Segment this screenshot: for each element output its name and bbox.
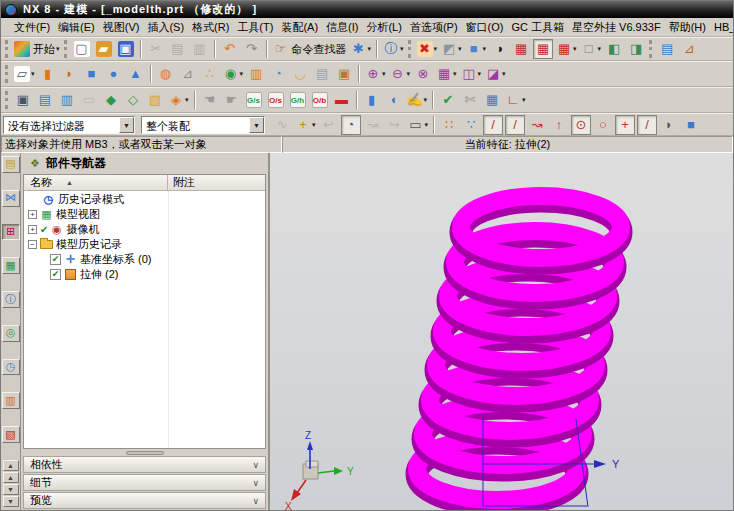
solid-face-icon[interactable]: ■ (681, 115, 701, 135)
shaded-view-icon[interactable]: ■▾ (465, 39, 488, 59)
point-set-icon[interactable]: ∴ (200, 64, 220, 84)
subtract-icon[interactable]: ⊖▾ (389, 64, 412, 84)
menu-insert[interactable]: 插入(S) (143, 19, 188, 36)
quadrant-point-icon[interactable]: ○ (593, 115, 613, 135)
point-on-line-icon[interactable]: / (637, 115, 657, 135)
menu-view[interactable]: 视图(V) (99, 19, 144, 36)
roles-icon[interactable]: ▧ (2, 426, 20, 443)
resource-scroll-down2-icon[interactable]: ▼ (3, 496, 19, 507)
resource-scroll-up2-icon[interactable]: ▲ (3, 472, 19, 483)
title-bar[interactable]: NX 8 - 建模 - [_modelth.prt （修改的） ] (1, 1, 733, 18)
selection-scope-dropdown[interactable]: 整个装配 ▼ (141, 116, 265, 134)
viewport-canvas[interactable]: Y Z Y X (270, 153, 733, 510)
cone-icon[interactable]: ▲ (126, 64, 146, 84)
dome-icon[interactable]: ◔ (268, 64, 288, 84)
part-cleanup-icon[interactable]: ✄ (460, 90, 480, 110)
help-info-icon[interactable]: ⓘ▾ (382, 39, 405, 59)
datum-plane-icon[interactable]: ⊿ (178, 64, 198, 84)
tag-icon[interactable]: ▭ (79, 90, 99, 110)
panel-splitter[interactable] (21, 449, 268, 456)
intersect-icon[interactable]: ⊗ (413, 64, 433, 84)
menu-gc-toolbox[interactable]: GC 工具箱 (507, 19, 568, 36)
tree-row-model-views[interactable]: + ▦ 模型视图 (24, 207, 265, 222)
cut-icon[interactable]: ✂ (146, 39, 166, 59)
curve-rule-icon[interactable]: ↝ (363, 115, 383, 135)
menu-tools[interactable]: 工具(T) (233, 19, 277, 36)
chevron-down-icon[interactable]: ▼ (119, 117, 134, 133)
move-face-icon[interactable]: ◆ (101, 90, 121, 110)
examine-geometry-icon[interactable]: ✔ (438, 90, 458, 110)
unite-icon[interactable]: ⊕▾ (364, 64, 387, 84)
pan-view-icon[interactable]: ◧ (604, 39, 624, 59)
chevron-down-icon[interactable]: ▼ (249, 117, 264, 133)
point-on-curve-icon[interactable]: ↝ (527, 115, 547, 135)
render-style-icon[interactable]: ◑ (489, 39, 509, 59)
rotate-view-icon[interactable]: ◩▾ (440, 39, 463, 59)
chevron-down-icon[interactable]: ∨ (252, 496, 259, 506)
resize-face-icon[interactable]: ◈▾ (167, 90, 190, 110)
wcs-dynamics-icon[interactable]: ⊿ (679, 39, 699, 59)
snap-shaded-icon[interactable]: ◔ (341, 115, 361, 135)
visible-layers-icon[interactable]: ▥ (57, 90, 77, 110)
arc-center-icon[interactable]: ⊙ (571, 115, 591, 135)
history-icon[interactable]: ◷ (2, 359, 20, 376)
tree-row-history-mode[interactable]: ◷ 历史记录模式 (24, 192, 265, 207)
intersection-point-icon[interactable]: + (615, 115, 635, 135)
start-button[interactable]: 开始▾ (13, 39, 61, 59)
sketch-point-icon[interactable]: ◉▾ (222, 64, 245, 84)
checkbox-checked-icon[interactable]: ✔ (50, 269, 61, 280)
display-os-icon[interactable]: O/s (266, 90, 286, 110)
section-view-icon[interactable]: ▦ (511, 39, 531, 59)
checkbox-checked-icon[interactable]: ✔ (50, 254, 61, 265)
column-name[interactable]: 名称 ▲ (24, 175, 168, 190)
undo-icon[interactable]: ↶ (220, 39, 240, 59)
mirror-feature-icon[interactable]: ◫▾ (460, 64, 483, 84)
csys-analysis-icon[interactable]: ∟▾ (504, 90, 527, 110)
extrude-icon[interactable]: ▮ (38, 64, 58, 84)
sheet-body-icon[interactable]: ▤ (312, 64, 332, 84)
display-gs-icon[interactable]: G/s (244, 90, 264, 110)
assembly-navigator-icon[interactable]: ▤ (2, 156, 20, 173)
tree-row-datum-csys[interactable]: ✔ ✛ 基准坐标系 (0) (24, 252, 265, 267)
menu-file[interactable]: 文件(F) (10, 19, 54, 36)
expand-icon[interactable]: + (28, 210, 37, 219)
selection-filter-dropdown[interactable]: 没有选择过滤器 ▼ (3, 116, 135, 134)
menu-preferences[interactable]: 首选项(P) (406, 19, 462, 36)
sketch-icon[interactable]: ▱▾ (13, 64, 36, 84)
graphics-viewport[interactable]: Y Z Y X (270, 153, 733, 510)
dependencies-panel[interactable]: 相依性 ∨ (23, 456, 266, 473)
menu-help[interactable]: 帮助(H) (665, 19, 710, 36)
process-studio-icon[interactable]: ▥ (2, 392, 20, 409)
layer-stack-icon[interactable]: ▤ (657, 39, 677, 59)
reuse-library-icon[interactable]: ▦ (2, 257, 20, 274)
pull-face-icon[interactable]: ◇ (123, 90, 143, 110)
toolbar-grip[interactable] (649, 40, 652, 58)
copy-icon[interactable]: ▤ (168, 39, 188, 59)
mid-point-icon[interactable]: / (505, 115, 525, 135)
pattern-feature-icon[interactable]: ▦▾ (435, 64, 458, 84)
resource-scroll-down-icon[interactable]: ▼ (3, 484, 19, 495)
menu-starsky-addon[interactable]: 星空外挂 V6.933F (568, 19, 665, 36)
control-point-icon[interactable]: ↑ (549, 115, 569, 135)
command-finder-button[interactable]: ☞命令查找器 (272, 39, 348, 59)
toolbar-grip[interactable] (5, 40, 8, 58)
redo-icon[interactable]: ↷ (242, 39, 262, 59)
trim-body-icon[interactable]: ◪▾ (484, 64, 507, 84)
customize-icon[interactable]: ✱▾ (350, 39, 373, 59)
chevron-down-icon[interactable]: ∨ (252, 460, 259, 470)
hd3d-tools-icon[interactable]: ⓘ (2, 291, 20, 308)
shell-icon[interactable]: ▣ (334, 64, 354, 84)
general-selection-icon[interactable]: ∿ (272, 115, 292, 135)
background-icon[interactable]: □▾ (580, 39, 603, 59)
show-hide-icon[interactable]: ✖▾ (416, 39, 439, 59)
part-navigator-header[interactable]: ❖ 部件导航器 (21, 153, 268, 174)
toolbar-grip[interactable] (5, 65, 8, 83)
save-icon[interactable]: ▣ (116, 39, 136, 59)
block-icon[interactable]: ■ (82, 64, 102, 84)
glove-right-icon[interactable]: ☛ (222, 90, 242, 110)
part-navigator-icon[interactable]: ⊞ (2, 224, 20, 241)
menu-analysis[interactable]: 分析(L) (362, 19, 405, 36)
expand-icon[interactable]: + (28, 225, 37, 234)
chevron-down-icon[interactable]: ∨ (252, 478, 259, 488)
capsule-icon[interactable]: ◖ (384, 90, 404, 110)
